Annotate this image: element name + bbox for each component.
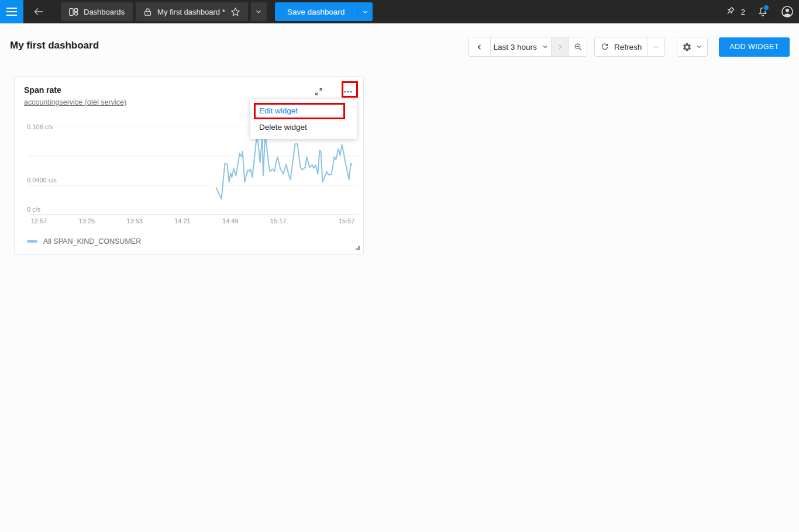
refresh-dropdown-button[interactable] [647, 37, 664, 56]
time-range-selector[interactable]: Last 3 hours [490, 37, 551, 56]
chevron-right-icon [556, 43, 564, 51]
settings-group [677, 37, 708, 57]
save-split-button: Save dashboard [275, 2, 373, 21]
widget-more-button[interactable] [341, 85, 355, 99]
chevron-left-icon [475, 43, 484, 51]
user-avatar-button[interactable] [780, 5, 794, 19]
dashboard-settings-button[interactable] [677, 37, 707, 56]
page-title: My first dashboard [10, 40, 99, 51]
widget-resize-handle[interactable] [356, 246, 360, 250]
chevron-down-icon [254, 8, 263, 16]
x-axis-label: 13:25 [79, 217, 95, 224]
pin-count: 2 [741, 8, 745, 16]
star-icon [230, 6, 241, 18]
menu-item-delete-widget[interactable]: Delete widget [250, 119, 357, 136]
chevron-down-icon [695, 43, 702, 50]
navbar-right-controls: 2 [725, 0, 794, 23]
favorite-star-button[interactable] [230, 6, 241, 18]
x-axis-label: 14:49 [222, 217, 239, 224]
refresh-icon [600, 42, 609, 51]
chevron-down-icon [361, 8, 369, 16]
tab-dashboards-label: Dashboards [84, 8, 125, 16]
expand-widget-button[interactable] [312, 85, 326, 99]
save-dashboard-dropdown-button[interactable] [357, 2, 373, 21]
gear-icon [682, 42, 692, 52]
notification-dot [763, 4, 770, 11]
top-navbar: Dashboards My first dashboard * Save das… [0, 0, 799, 23]
y-axis-label: 0 c/s [27, 205, 40, 213]
widget-title: Span rate [24, 85, 61, 95]
y-axis-label: 0.108 c/s [27, 123, 53, 131]
back-button[interactable] [28, 0, 49, 23]
pin-icon [725, 6, 736, 18]
y-axis-label: 0.0400 c/s [27, 176, 57, 184]
tab-dashboards[interactable]: Dashboards [61, 2, 133, 21]
refresh-group: Refresh [594, 37, 665, 57]
x-axis-label: 13:53 [126, 217, 143, 224]
add-widget-button[interactable]: ADD WIDGET [719, 37, 790, 57]
refresh-label: Refresh [614, 43, 642, 51]
dashboard-toolbar: Last 3 hours Refresh ADD WIDGET [468, 37, 790, 57]
tab-current-dashboard[interactable]: My first dashboard * [136, 2, 248, 21]
time-back-button[interactable] [469, 37, 490, 56]
chart-legend[interactable]: All SPAN_KIND_CONSUMER [27, 237, 141, 246]
x-axis-label: 15:17 [270, 217, 287, 224]
tab-list-dropdown-button[interactable] [251, 2, 267, 21]
avatar-icon [780, 5, 794, 19]
x-axis-label: 12:57 [31, 217, 47, 224]
x-axis-label: 14:21 [174, 217, 191, 224]
zoom-out-icon [573, 42, 583, 52]
menu-item-edit-widget[interactable]: Edit widget [250, 103, 357, 119]
tab-current-dashboard-label: My first dashboard * [157, 8, 225, 16]
back-arrow-icon [32, 5, 45, 18]
nav-tab-strip: Dashboards My first dashboard * [61, 2, 267, 21]
span-rate-chart [27, 127, 359, 215]
time-range-label: Last 3 hours [493, 43, 536, 51]
pinned-items-button[interactable]: 2 [725, 6, 745, 18]
expand-icon [314, 87, 324, 97]
time-forward-button[interactable] [551, 37, 569, 56]
time-range-group: Last 3 hours [468, 37, 587, 57]
legend-swatch [27, 240, 37, 243]
x-axis-label: 15:57 [339, 217, 355, 224]
main-menu-button[interactable] [0, 0, 23, 23]
more-dots-icon [343, 87, 353, 97]
notifications-button[interactable] [757, 6, 769, 18]
hamburger-icon [6, 8, 17, 9]
save-dashboard-button[interactable]: Save dashboard [275, 2, 357, 21]
dashboards-icon [68, 6, 79, 18]
chevron-down-icon [652, 43, 660, 51]
chevron-down-icon [542, 43, 549, 50]
lock-icon [143, 7, 153, 17]
legend-label: All SPAN_KIND_CONSUMER [43, 237, 141, 246]
refresh-button[interactable]: Refresh [595, 37, 647, 56]
widget-entity-link[interactable]: accountingservice (otel service) [24, 98, 126, 106]
zoom-out-time-button[interactable] [569, 37, 587, 56]
widget-context-menu: Edit widget Delete widget [250, 99, 357, 139]
